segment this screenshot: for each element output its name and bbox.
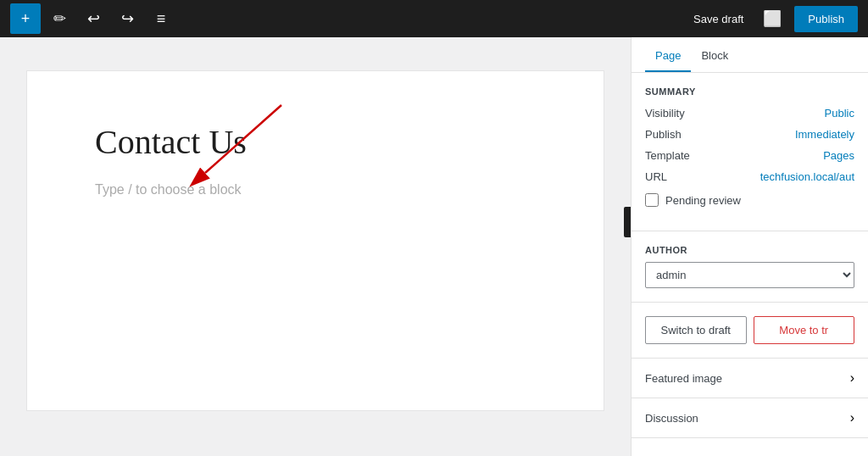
template-label: Template — [645, 149, 690, 162]
preview-icon: ⬜ — [763, 9, 782, 28]
plus-icon: + — [21, 10, 31, 28]
url-label: URL — [645, 170, 667, 183]
publish-value[interactable]: Immediately — [795, 128, 854, 141]
sidebar-tabs: Page Block — [632, 37, 868, 73]
pending-review-checkbox[interactable] — [645, 193, 659, 207]
tools-button[interactable]: ✏ — [44, 3, 75, 34]
save-draft-button[interactable]: Save draft — [687, 8, 750, 31]
summary-section: Summary Visibility Public Publish Immedi… — [632, 73, 868, 231]
visibility-label: Visibility — [645, 107, 685, 120]
featured-image-section[interactable]: Featured image › — [632, 359, 868, 398]
preview-button[interactable]: ⬜ — [757, 3, 787, 34]
publish-button[interactable]: Publish — [794, 6, 858, 32]
tab-block[interactable]: Block — [691, 37, 738, 72]
pending-review-row: Pending review — [645, 193, 854, 207]
editor-content: Contact Us Type / to choose a block + — [27, 71, 604, 410]
summary-title: Summary — [645, 86, 854, 97]
template-row: Template Pages — [645, 149, 854, 162]
redo-icon: ↪ — [121, 9, 134, 28]
page-title-text[interactable]: Contact Us — [95, 122, 536, 162]
visibility-value[interactable]: Public — [825, 107, 854, 120]
action-buttons: Switch to draft Move to tr — [632, 303, 868, 359]
url-value[interactable]: techfusion.local/aut — [760, 170, 854, 183]
add-block-button[interactable]: + — [10, 3, 41, 34]
redo-button[interactable]: ↪ — [112, 3, 142, 34]
list-icon: ≡ — [157, 10, 166, 28]
pencil-icon: ✏ — [53, 9, 66, 28]
list-view-button[interactable]: ≡ — [146, 3, 176, 34]
author-label: AUTHOR — [645, 245, 854, 255]
publish-label: Publish — [645, 128, 682, 141]
main-layout: Contact Us Type / to choose a block + Pa… — [0, 37, 868, 456]
featured-image-chevron: › — [850, 370, 854, 386]
visibility-row: Visibility Public — [645, 107, 854, 120]
switch-to-draft-button[interactable]: Switch to draft — [645, 316, 747, 344]
author-section: AUTHOR admin — [632, 231, 868, 303]
featured-image-title: Featured image — [645, 372, 722, 385]
discussion-title: Discussion — [645, 412, 698, 425]
undo-icon: ↩ — [87, 9, 100, 28]
sidebar: Page Block Summary Visibility Public Pub… — [631, 37, 868, 456]
editor-area: Contact Us Type / to choose a block + — [0, 37, 631, 456]
toolbar: + ✏ ↩ ↪ ≡ Save draft ⬜ Publish — [0, 0, 868, 37]
tab-page[interactable]: Page — [645, 37, 691, 72]
template-value[interactable]: Pages — [823, 149, 854, 162]
undo-button[interactable]: ↩ — [78, 3, 108, 34]
add-block-floating-button[interactable]: + — [624, 207, 631, 237]
move-to-trash-button[interactable]: Move to tr — [754, 316, 855, 344]
toolbar-right: Save draft ⬜ Publish — [687, 3, 858, 34]
url-row: URL techfusion.local/aut — [645, 170, 854, 183]
block-placeholder[interactable]: Type / to choose a block — [95, 182, 536, 197]
author-select[interactable]: admin — [645, 262, 854, 288]
publish-row: Publish Immediately — [645, 128, 854, 141]
discussion-chevron: › — [850, 410, 854, 425]
discussion-section[interactable]: Discussion › — [632, 398, 868, 438]
pending-review-label[interactable]: Pending review — [665, 194, 741, 207]
